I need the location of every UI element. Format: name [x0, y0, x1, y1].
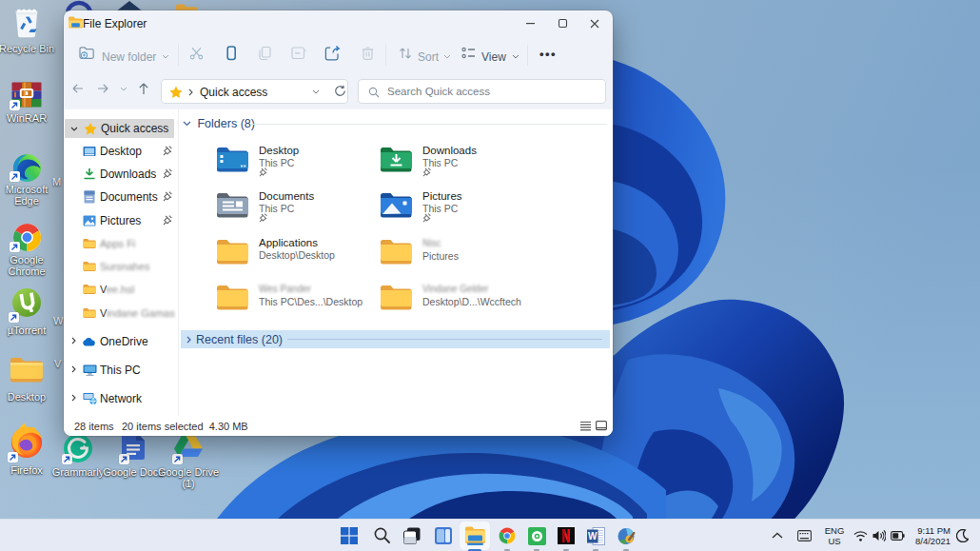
svg-text:W: W [588, 531, 598, 541]
